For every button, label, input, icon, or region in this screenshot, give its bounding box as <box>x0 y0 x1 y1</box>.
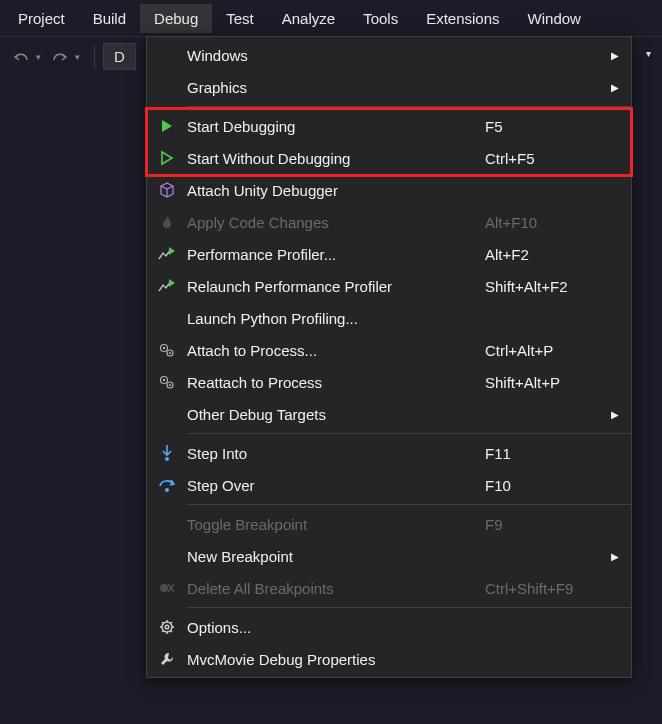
menu-item-label: Delete All Breakpoints <box>187 580 485 597</box>
menu-analyze[interactable]: Analyze <box>268 4 349 33</box>
wrench-icon <box>147 651 187 667</box>
menu-item-label: Start Without Debugging <box>187 150 485 167</box>
submenu-arrow-icon: ▶ <box>611 551 631 562</box>
menu-item-step-over[interactable]: Step OverF10 <box>147 469 631 501</box>
menu-test[interactable]: Test <box>212 4 268 33</box>
gear-gray-icon <box>147 342 187 358</box>
menu-item-label: MvcMovie Debug Properties <box>187 651 485 668</box>
menu-item-label: Windows <box>187 47 485 64</box>
cube-purple-icon <box>147 182 187 198</box>
undo-button[interactable] <box>8 44 34 70</box>
menu-tools[interactable]: Tools <box>349 4 412 33</box>
menu-item-label: Options... <box>187 619 485 636</box>
svg-point-12 <box>165 625 169 629</box>
menu-debug[interactable]: Debug <box>140 4 212 33</box>
menu-item-mvcmovie-debug-properties[interactable]: MvcMovie Debug Properties <box>147 643 631 675</box>
menu-build[interactable]: Build <box>79 4 140 33</box>
menu-separator <box>187 504 631 505</box>
menu-item-label: Performance Profiler... <box>187 246 485 263</box>
menu-item-delete-all-breakpoints: Delete All BreakpointsCtrl+Shift+F9 <box>147 572 631 604</box>
menu-item-shortcut: Ctrl+Shift+F9 <box>485 580 611 597</box>
step-into-icon <box>147 444 187 462</box>
svg-point-7 <box>169 384 171 386</box>
menu-item-reattach-to-process[interactable]: Reattach to ProcessShift+Alt+P <box>147 366 631 398</box>
menu-item-label: Attach Unity Debugger <box>187 182 485 199</box>
menu-item-attach-unity-debugger[interactable]: Attach Unity Debugger <box>147 174 631 206</box>
svg-point-10 <box>160 584 168 592</box>
menu-item-shortcut: F11 <box>485 445 611 462</box>
config-dropdown-fragment[interactable]: D <box>103 43 136 70</box>
delete-bp-icon <box>147 580 187 596</box>
step-over-icon <box>147 477 187 493</box>
menu-item-label: Reattach to Process <box>187 374 485 391</box>
menu-item-label: Graphics <box>187 79 485 96</box>
menu-item-label: Other Debug Targets <box>187 406 485 423</box>
svg-point-9 <box>165 488 169 492</box>
menu-item-label: Relaunch Performance Profiler <box>187 278 485 295</box>
menu-item-relaunch-performance-profiler[interactable]: Relaunch Performance ProfilerShift+Alt+F… <box>147 270 631 302</box>
submenu-arrow-icon: ▶ <box>611 82 631 93</box>
menu-item-label: Step Over <box>187 477 485 494</box>
menu-item-options[interactable]: Options... <box>147 611 631 643</box>
menu-separator <box>187 607 631 608</box>
menubar: ProjectBuildDebugTestAnalyzeToolsExtensi… <box>0 0 662 36</box>
menu-window[interactable]: Window <box>514 4 595 33</box>
menu-item-new-breakpoint[interactable]: New Breakpoint▶ <box>147 540 631 572</box>
svg-point-1 <box>163 347 165 349</box>
menu-item-performance-profiler[interactable]: Performance Profiler...Alt+F2 <box>147 238 631 270</box>
menu-item-attach-to-process[interactable]: Attach to Process...Ctrl+Alt+P <box>147 334 631 366</box>
menu-item-shortcut: F10 <box>485 477 611 494</box>
menu-item-label: Step Into <box>187 445 485 462</box>
menu-item-label: Toggle Breakpoint <box>187 516 485 533</box>
submenu-arrow-icon: ▶ <box>611 409 631 420</box>
svg-point-5 <box>163 379 165 381</box>
menu-separator <box>187 433 631 434</box>
play-green-fill-icon <box>147 118 187 134</box>
menu-item-shortcut: F5 <box>485 118 611 135</box>
svg-line-20 <box>171 622 173 624</box>
menu-item-label: Apply Code Changes <box>187 214 485 231</box>
svg-line-19 <box>162 631 164 633</box>
submenu-arrow-icon: ▶ <box>611 50 631 61</box>
menu-item-shortcut: Alt+F2 <box>485 246 611 263</box>
menu-item-graphics[interactable]: Graphics▶ <box>147 71 631 103</box>
svg-line-17 <box>162 622 164 624</box>
gear-outline-icon <box>147 619 187 635</box>
menu-item-shortcut: Ctrl+F5 <box>485 150 611 167</box>
menu-item-shortcut: Shift+Alt+F2 <box>485 278 611 295</box>
menu-item-start-without-debugging[interactable]: Start Without DebuggingCtrl+F5 <box>147 142 631 174</box>
menu-extensions[interactable]: Extensions <box>412 4 513 33</box>
play-green-outline-icon <box>147 150 187 166</box>
debug-dropdown-menu: Windows▶Graphics▶Start DebuggingF5Start … <box>146 36 632 678</box>
svg-line-18 <box>171 631 173 633</box>
menu-item-shortcut: Ctrl+Alt+P <box>485 342 611 359</box>
svg-point-3 <box>169 352 171 354</box>
toolbar-separator <box>94 46 95 68</box>
perf-profiler-icon <box>147 278 187 294</box>
gear-gray-icon <box>147 374 187 390</box>
menu-item-shortcut: F9 <box>485 516 611 533</box>
menu-item-label: Launch Python Profiling... <box>187 310 485 327</box>
menu-item-windows[interactable]: Windows▶ <box>147 39 631 71</box>
svg-point-8 <box>165 457 169 461</box>
menu-separator <box>187 106 631 107</box>
menu-item-apply-code-changes: Apply Code ChangesAlt+F10 <box>147 206 631 238</box>
menu-project[interactable]: Project <box>4 4 79 33</box>
perf-profiler-icon <box>147 246 187 262</box>
flame-gray-icon <box>147 214 187 230</box>
overflow-caret[interactable]: ▾ <box>646 48 651 59</box>
menu-item-launch-python-profiling[interactable]: Launch Python Profiling... <box>147 302 631 334</box>
menu-item-start-debugging[interactable]: Start DebuggingF5 <box>147 110 631 142</box>
menu-item-label: New Breakpoint <box>187 548 485 565</box>
menu-item-shortcut: Shift+Alt+P <box>485 374 611 391</box>
menu-item-label: Attach to Process... <box>187 342 485 359</box>
menu-item-shortcut: Alt+F10 <box>485 214 611 231</box>
redo-caret[interactable]: ▾ <box>75 52 80 62</box>
menu-item-toggle-breakpoint: Toggle BreakpointF9 <box>147 508 631 540</box>
redo-button[interactable] <box>47 44 73 70</box>
menu-item-step-into[interactable]: Step IntoF11 <box>147 437 631 469</box>
menu-item-other-debug-targets[interactable]: Other Debug Targets▶ <box>147 398 631 430</box>
menu-item-label: Start Debugging <box>187 118 485 135</box>
undo-caret[interactable]: ▾ <box>36 52 41 62</box>
